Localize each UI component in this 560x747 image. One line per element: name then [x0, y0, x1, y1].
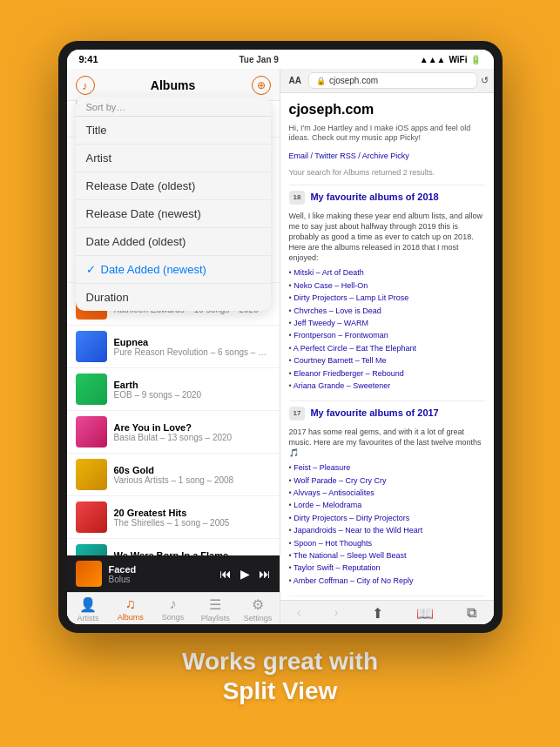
- album-info-are-you: Are You in Love? Basia Bulat – 13 songs …: [114, 422, 271, 442]
- album-meta-20-greatest: The Shirelles – 1 song – 2005: [114, 518, 271, 528]
- lock-icon: 🔒: [316, 77, 326, 85]
- browser-panel: AA 🔒 cjoseph.com ↺ cjoseph.com Hi, I'm J…: [280, 69, 494, 624]
- sort-date-oldest-label: Date Added (oldest): [86, 235, 186, 248]
- sort-item-release-newest[interactable]: Release Date (newest): [76, 200, 271, 228]
- album-item-born-flame[interactable]: We Were Born In a Flame Sam Roberts – 14…: [67, 539, 280, 555]
- blog-post-title-2018[interactable]: My favourite albums of 2018: [310, 191, 438, 204]
- blog-list-2017: • Feist – Pleasure • Wolf Parade – Cry C…: [289, 461, 485, 587]
- link-feist[interactable]: Feist – Pleasure: [293, 463, 350, 472]
- blog-section-header-2017: 17 My favourite albums of 2017: [289, 407, 485, 422]
- link-dirty-proj[interactable]: Dirty Projectors – Lamp Lit Prose: [293, 293, 408, 302]
- link-alvvays[interactable]: Alvvays – Antisocialites: [293, 488, 374, 497]
- tabs-button[interactable]: ⧉: [467, 605, 476, 622]
- album-thumb-earth: [76, 374, 107, 405]
- link-taylor[interactable]: Taylor Swift – Reputation: [293, 563, 381, 572]
- link-dirty-proj-2017[interactable]: Dirty Projectors – Dirty Projectors: [293, 514, 409, 522]
- playback-artist: Bolus: [109, 575, 213, 584]
- album-name-earth: Earth: [114, 380, 271, 390]
- split-view: ♪ Albums ⊕ ne Soundtrack – Song... Sort …: [67, 69, 494, 624]
- sort-item-date-oldest[interactable]: Date Added (oldest): [76, 228, 271, 256]
- tab-playlists[interactable]: ☰ Playlists: [194, 596, 237, 622]
- sort-item-duration[interactable]: Duration: [76, 284, 271, 311]
- sort-item-date-newest[interactable]: ✓ Date Added (newest): [76, 256, 271, 284]
- album-thumb-eupnea: [76, 331, 107, 362]
- back-button[interactable]: ‹: [297, 605, 301, 622]
- album-name-eupnea: Eupnea: [114, 337, 271, 347]
- album-item-are-you[interactable]: Are You in Love? Basia Bulat – 13 songs …: [67, 411, 280, 454]
- tab-albums[interactable]: ♫ Albums: [109, 596, 152, 622]
- link-wolf-parade[interactable]: Wolf Parade – Cry Cry Cry: [293, 476, 386, 485]
- ipad-device: 9:41 Tue Jan 9 ▲▲▲ WiFi 🔋 ♪ Albums ⊕: [58, 41, 503, 633]
- blog-post-text-2018: Well, I like making these year end album…: [289, 211, 485, 264]
- caption-line2: Split View: [182, 676, 378, 706]
- sort-check-icon: ✓: [86, 263, 96, 276]
- playback-controls: ⏮ ▶ ⏭: [219, 567, 271, 581]
- forward-button[interactable]: ›: [334, 605, 339, 622]
- link-chvrches[interactable]: Chvrches – Love is Dead: [293, 306, 381, 315]
- playback-title: Faced: [109, 564, 213, 575]
- divider-1: [289, 185, 485, 185]
- link-frontperson[interactable]: Frontperson – Frontwoman: [293, 331, 388, 340]
- link-eleanor[interactable]: Eleanor Friedberger – Rebound: [293, 369, 404, 378]
- album-info-eupnea: Eupnea Pure Reason Revolution – 6 songs …: [114, 337, 271, 357]
- link-courtney[interactable]: Courtney Barnett – Tell Me: [293, 356, 386, 365]
- link-neko[interactable]: Neko Case – Hell-On: [293, 281, 368, 290]
- album-name-60s-gold: 60s Gold: [114, 465, 271, 475]
- sort-item-title[interactable]: Title: [76, 117, 271, 145]
- sort-dropdown: Sort by… Title Artist Release Date (olde…: [76, 97, 271, 311]
- album-name-20-greatest: 20 Greatest Hits: [114, 508, 271, 518]
- album-item-earth[interactable]: Earth EOB – 9 songs – 2020: [67, 368, 280, 411]
- refresh-button[interactable]: ↺: [481, 75, 489, 86]
- link-apc[interactable]: A Perfect Circle – Eat The Elephant: [293, 344, 416, 353]
- prev-icon[interactable]: ⏮: [219, 567, 232, 581]
- sort-item-release-oldest[interactable]: Release Date (oldest): [76, 172, 271, 200]
- sort-item-artist[interactable]: Artist: [76, 145, 271, 172]
- link-amber[interactable]: Amber Coffman – City of No Reply: [293, 576, 414, 585]
- status-date: Tue Jan 9: [239, 55, 278, 64]
- bookmarks-button[interactable]: 📖: [416, 605, 434, 622]
- link-national[interactable]: The National – Sleep Well Beast: [293, 551, 406, 560]
- tab-songs-label: Songs: [162, 613, 185, 622]
- music-search-icon[interactable]: ⊕: [252, 76, 271, 95]
- music-logo-icon: ♪: [76, 76, 95, 95]
- blog-section-2018: 18 My favourite albums of 2018 Well, I l…: [289, 191, 485, 392]
- sort-date-newest-label: Date Added (newest): [101, 263, 206, 276]
- link-mitski[interactable]: Mitski – Art of Death: [293, 268, 364, 277]
- caption-area: Works great with Split View: [182, 647, 378, 705]
- album-meta-60s-gold: Various Artists – 1 song – 2008: [114, 475, 271, 485]
- albums-icon: ♫: [125, 596, 136, 612]
- url-bar[interactable]: 🔒 cjoseph.com: [308, 72, 477, 89]
- link-japandroids[interactable]: Japandroids – Near to the Wild Heart: [293, 526, 422, 535]
- album-item-20-greatest[interactable]: 20 Greatest Hits The Shirelles – 1 song …: [67, 496, 280, 539]
- status-time: 9:41: [79, 54, 98, 64]
- aa-button[interactable]: AA: [286, 74, 305, 87]
- album-thumb-born-flame: [76, 544, 107, 555]
- next-icon[interactable]: ⏭: [259, 567, 271, 581]
- tab-artists[interactable]: 👤 Artists: [67, 596, 110, 622]
- browser-toolbar: ‹ › ⬆ 📖 ⧉: [280, 600, 494, 624]
- tab-settings[interactable]: ⚙ Settings: [237, 596, 280, 622]
- album-meta-earth: EOB – 9 songs – 2020: [114, 390, 271, 400]
- playback-info: Faced Bolus: [109, 564, 213, 584]
- link-jeff-tweedy[interactable]: Jeff Tweedy – WARM: [293, 319, 368, 327]
- browser-content: cjoseph.com Hi, I'm Joe Hartley and I ma…: [280, 93, 494, 600]
- wifi-icon: WiFi: [449, 55, 467, 64]
- link-ariana[interactable]: Ariana Grande – Sweetener: [293, 381, 391, 390]
- share-button[interactable]: ⬆: [372, 605, 383, 622]
- blog-post-title-2017[interactable]: My favourite albums of 2017: [310, 407, 438, 420]
- tab-playlists-label: Playlists: [201, 614, 230, 622]
- link-lorde[interactable]: Lorde – Melodrama: [293, 501, 361, 509]
- browser-url-bar: AA 🔒 cjoseph.com ↺: [280, 69, 494, 93]
- play-icon[interactable]: ▶: [240, 567, 250, 581]
- album-item-eupnea[interactable]: Eupnea Pure Reason Revolution – 6 songs …: [67, 326, 280, 368]
- album-thumb-are-you: [76, 416, 107, 448]
- album-item-60s-gold[interactable]: 60s Gold Various Artists – 1 song – 2008: [67, 454, 280, 496]
- tab-albums-label: Albums: [118, 613, 144, 622]
- tab-songs[interactable]: ♪ Songs: [152, 596, 194, 622]
- link-spoon[interactable]: Spoon – Hot Thoughts: [293, 539, 372, 548]
- settings-icon: ⚙: [252, 596, 264, 613]
- search-result-info: Your search for Albums returned 2 result…: [289, 167, 485, 178]
- sort-release-oldest-label: Release Date (oldest): [86, 179, 196, 192]
- status-bar: 9:41 Tue Jan 9 ▲▲▲ WiFi 🔋: [67, 50, 494, 69]
- sort-title-label: Title: [86, 124, 107, 137]
